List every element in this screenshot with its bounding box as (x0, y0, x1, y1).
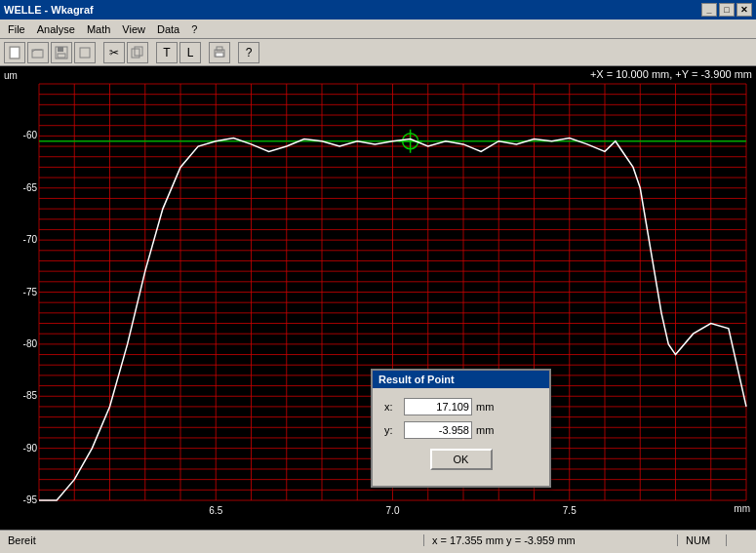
chart-area[interactable]: +X = 10.000 mm, +Y = -3.900 mm um mm Res… (0, 66, 756, 530)
toolbar-new[interactable] (4, 42, 25, 63)
dialog-body: x: mm y: mm OK (373, 388, 549, 486)
toolbar-text[interactable]: T (156, 42, 178, 63)
svg-rect-8 (135, 47, 142, 56)
menubar: File Analyse Math View Data ? (0, 20, 756, 39)
maximize-button[interactable]: □ (719, 3, 735, 17)
svg-rect-5 (58, 54, 65, 58)
dialog-y-input[interactable] (404, 421, 472, 439)
menu-file[interactable]: File (2, 21, 31, 37)
titlebar-controls: _ □ ✕ (701, 3, 752, 17)
dialog-x-row: x: mm (384, 398, 537, 415)
menu-analyse[interactable]: Analyse (31, 21, 81, 37)
toolbar-save[interactable] (51, 42, 72, 63)
status-num: NUM (678, 534, 727, 546)
toolbar-open[interactable] (27, 42, 49, 63)
result-dialog: Result of Point x: mm y: mm OK (371, 369, 551, 488)
toolbar: ✂ T L ? (0, 39, 756, 66)
toolbar-print-setup[interactable] (74, 42, 96, 63)
dialog-ok-button[interactable]: OK (430, 449, 493, 470)
titlebar: WELLE - Wkagraf _ □ ✕ (0, 0, 756, 20)
close-button[interactable]: ✕ (736, 3, 752, 17)
dialog-footer: OK (384, 445, 537, 478)
svg-rect-4 (58, 47, 63, 52)
menu-math[interactable]: Math (81, 21, 116, 37)
toolbar-line[interactable]: L (179, 42, 201, 63)
dialog-y-label: y: (384, 424, 404, 436)
dialog-x-unit: mm (476, 401, 494, 413)
toolbar-cut[interactable]: ✂ (103, 42, 125, 63)
dialog-y-unit: mm (476, 424, 494, 436)
x-axis-label: mm (734, 503, 750, 514)
titlebar-title: WELLE - Wkagraf (4, 4, 94, 16)
menu-view[interactable]: View (116, 21, 151, 37)
coord-display: +X = 10.000 mm, +Y = -3.900 mm (590, 68, 752, 80)
dialog-x-label: x: (384, 401, 404, 413)
svg-rect-7 (132, 49, 139, 58)
menu-data[interactable]: Data (151, 21, 185, 37)
dialog-x-input[interactable] (404, 398, 472, 415)
toolbar-help[interactable]: ? (238, 42, 259, 63)
status-coords: x = 17.355 mm y = -3.959 mm (424, 534, 678, 546)
toolbar-copy[interactable] (127, 42, 148, 63)
svg-rect-6 (80, 48, 90, 58)
dialog-y-row: y: mm (384, 421, 537, 439)
svg-rect-1 (11, 48, 19, 58)
app-title: WELLE - Wkagraf (4, 4, 94, 16)
minimize-button[interactable]: _ (701, 3, 717, 17)
statusbar: Bereit x = 17.355 mm y = -3.959 mm NUM (0, 530, 756, 549)
menu-help[interactable]: ? (185, 21, 203, 37)
dialog-title: Result of Point (378, 374, 455, 385)
dialog-titlebar: Result of Point (373, 371, 549, 388)
svg-rect-11 (216, 53, 223, 57)
toolbar-print[interactable] (209, 42, 230, 63)
y-axis-label: um (4, 70, 18, 81)
status-ready: Bereit (0, 534, 424, 546)
